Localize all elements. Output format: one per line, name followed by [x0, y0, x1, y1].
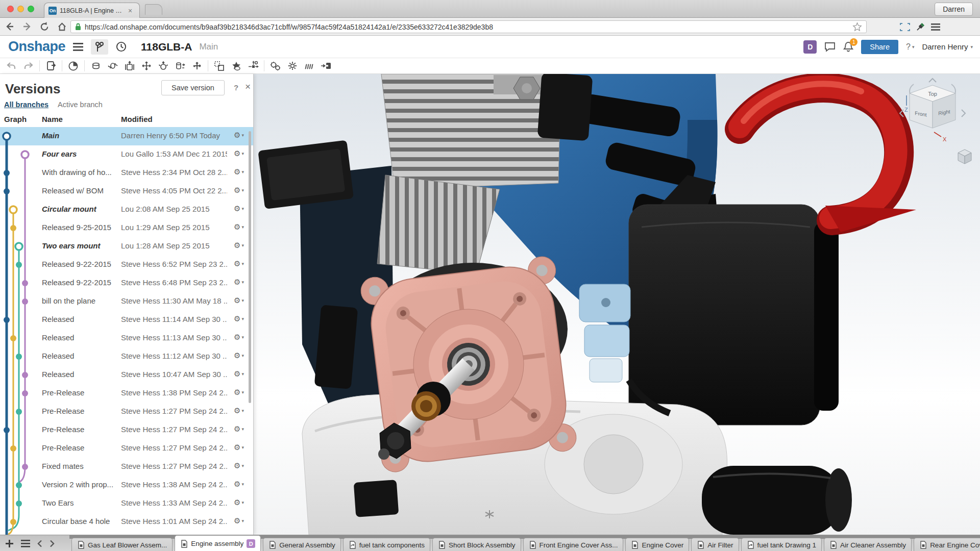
help-menu[interactable]: ?▾ — [906, 42, 914, 52]
document-tab[interactable]: Short Block Assembly — [432, 538, 521, 551]
lower-bracket[interactable] — [314, 305, 358, 389]
view-rotate-up-arrow[interactable] — [929, 79, 936, 82]
view-rotate-right-arrow[interactable] — [962, 110, 965, 117]
muffler-box[interactable] — [629, 175, 839, 425]
version-row[interactable]: ReleasedSteve Hess 10:47 AM Sep 30 ...⚙▾ — [0, 366, 253, 384]
slider-mate-icon[interactable] — [121, 59, 138, 72]
spring-icon[interactable] — [301, 59, 317, 72]
version-actions-menu[interactable]: ⚙▾ — [234, 167, 244, 177]
insert-icon[interactable] — [42, 59, 59, 72]
isometric-view-icon[interactable] — [958, 149, 971, 164]
version-row[interactable]: Released 9-22-2015Steve Hess 6:52 PM Sep… — [0, 256, 253, 274]
panel-help-icon[interactable]: ? — [234, 83, 238, 92]
next-tab-icon[interactable] — [50, 540, 55, 547]
mass-properties-icon[interactable] — [65, 59, 82, 72]
notifications-bell-icon[interactable]: 1 — [843, 41, 853, 52]
ignition-coil[interactable] — [537, 74, 593, 141]
version-row[interactable]: Released w/ BOMSteve Hess 4:05 PM Oct 22… — [0, 182, 253, 201]
history-clock-icon[interactable] — [112, 39, 130, 55]
version-actions-menu[interactable]: ⚙▾ — [234, 333, 244, 342]
undo-icon[interactable] — [3, 59, 20, 72]
add-tab-icon[interactable] — [5, 539, 14, 548]
version-actions-menu[interactable]: ⚙▾ — [234, 498, 244, 507]
document-tab[interactable]: fuel tank components — [343, 538, 430, 551]
browser-menu-icon[interactable] — [931, 23, 940, 31]
prev-tab-icon[interactable] — [37, 540, 42, 547]
forward-icon[interactable] — [19, 20, 35, 33]
version-row[interactable]: With drawing of ho...Steve Hess 2:34 PM … — [0, 164, 253, 182]
workspace-name[interactable]: Main — [199, 42, 218, 52]
version-actions-menu[interactable]: ⚙▾ — [234, 351, 244, 360]
version-actions-menu[interactable]: ⚙▾ — [234, 186, 244, 195]
revolute-mate-icon[interactable] — [104, 59, 121, 72]
version-row[interactable]: Two EarsSteve Hess 1:33 AM Sep 24 2...⚙▾ — [0, 494, 253, 513]
version-row[interactable]: Released 9-25-2015Lou 1:29 AM Sep 25 201… — [0, 219, 253, 237]
bookmark-star-icon[interactable] — [852, 22, 862, 32]
version-row[interactable]: Pre-ReleaseSteve Hess 1:27 PM Sep 24 2..… — [0, 439, 253, 458]
rear-black-cylinder[interactable] — [702, 466, 852, 535]
version-actions-menu[interactable]: ⚙▾ — [234, 259, 244, 268]
version-row[interactable]: Pre-ReleaseSteve Hess 1:38 PM Sep 24 2..… — [0, 384, 253, 403]
browser-tab[interactable]: On 118GLB-A | Engine assemb × — [44, 3, 140, 18]
maximize-window-button[interactable] — [28, 6, 34, 12]
version-actions-menu[interactable]: ⚙▾ — [234, 131, 244, 140]
versions-history-icon[interactable] — [91, 39, 108, 55]
document-tab[interactable]: Air Filter — [691, 538, 739, 551]
planar-mate-icon[interactable] — [138, 59, 155, 72]
panel-scrollbar[interactable] — [249, 131, 251, 403]
version-row[interactable]: Four earsLou Gallo 1:53 AM Dec 21 2015⚙▾ — [0, 145, 253, 164]
document-tab[interactable]: Rear Engine Cover — [914, 538, 980, 551]
version-actions-menu[interactable]: ⚙▾ — [234, 388, 244, 397]
close-window-button[interactable] — [7, 6, 14, 12]
exploded-view-icon[interactable] — [244, 59, 261, 72]
url-bar[interactable]: https://cad.onshape.com/documents/b9aaf3… — [70, 20, 867, 33]
document-tab[interactable]: Engine assemblyD — [175, 535, 261, 551]
avatar[interactable]: D — [803, 40, 817, 54]
version-actions-menu[interactable]: ⚙▾ — [234, 516, 244, 525]
version-actions-menu[interactable]: ⚙▾ — [234, 369, 244, 379]
version-row[interactable]: Version 2 with prop...Steve Hess 1:38 AM… — [0, 476, 253, 494]
close-tab-icon[interactable]: × — [128, 7, 132, 14]
version-actions-menu[interactable]: ⚙▾ — [234, 149, 244, 158]
user-menu[interactable]: Darren Henry▾ — [922, 42, 973, 51]
configuration-icon[interactable] — [284, 59, 301, 72]
share-button[interactable]: Share — [861, 40, 898, 54]
version-actions-menu[interactable]: ⚙▾ — [234, 222, 244, 232]
eyedropper-icon[interactable] — [916, 22, 925, 31]
version-row[interactable]: ReleasedSteve Hess 11:12 AM Sep 30 ...⚙▾ — [0, 347, 253, 366]
version-actions-menu[interactable]: ⚙▾ — [234, 443, 244, 452]
home-icon[interactable] — [54, 20, 69, 33]
3d-viewport[interactable]: Top Front Right Z X — [254, 74, 980, 535]
redo-icon[interactable] — [20, 59, 37, 72]
version-actions-menu[interactable]: ⚙▾ — [234, 204, 244, 213]
tab-list-icon[interactable] — [21, 540, 30, 547]
linear-pattern-icon[interactable] — [211, 59, 228, 72]
frame-capture-icon[interactable] — [900, 23, 910, 31]
ball-mate-icon[interactable] — [155, 59, 172, 72]
version-actions-menu[interactable]: ⚙▾ — [234, 461, 244, 470]
version-actions-menu[interactable]: ⚙▾ — [234, 314, 244, 323]
version-row[interactable]: MainDarren Henry 6:50 PM Today⚙▾ — [0, 127, 253, 145]
window-controls[interactable] — [7, 6, 34, 12]
version-actions-menu[interactable]: ⚙▾ — [234, 278, 244, 287]
version-row[interactable]: Fixed matesSteve Hess 1:27 PM Sep 24 2..… — [0, 458, 253, 476]
version-row[interactable]: bill on the planeSteve Hess 11:30 AM May… — [0, 292, 253, 311]
cylindrical-mate-icon[interactable] — [172, 59, 188, 72]
version-row[interactable]: Released 9-22-2015Steve Hess 6:48 PM Sep… — [0, 274, 253, 292]
version-actions-menu[interactable]: ⚙▾ — [234, 424, 244, 434]
snap-mode-icon[interactable] — [317, 59, 334, 72]
document-tab[interactable]: Engine Cover — [625, 538, 689, 551]
version-row[interactable]: ReleasedSteve Hess 11:14 AM Sep 30 ...⚙▾ — [0, 311, 253, 329]
version-row[interactable]: ReleasedSteve Hess 11:13 AM Sep 30 ...⚙▾ — [0, 329, 253, 347]
version-actions-menu[interactable]: ⚙▾ — [234, 406, 244, 415]
version-row[interactable]: Circular base 4 holeSteve Hess 1:01 AM S… — [0, 513, 253, 531]
document-tab[interactable]: Front Engine Cover Ass... — [523, 538, 624, 551]
version-row[interactable]: Circular mountLou 2:08 AM Sep 25 2015⚙▾ — [0, 201, 253, 219]
new-tab-button[interactable] — [145, 4, 162, 15]
minimize-window-button[interactable] — [17, 6, 24, 12]
reload-icon[interactable] — [37, 20, 52, 33]
document-tab[interactable]: General Assembly — [263, 538, 341, 551]
version-row[interactable]: Two ears mountLou 1:28 AM Sep 25 2015⚙▾ — [0, 237, 253, 256]
document-tab[interactable]: fuel tank Drawing 1 — [741, 538, 822, 551]
version-row[interactable]: Pre-ReleaseSteve Hess 1:27 PM Sep 24 2..… — [0, 421, 253, 439]
